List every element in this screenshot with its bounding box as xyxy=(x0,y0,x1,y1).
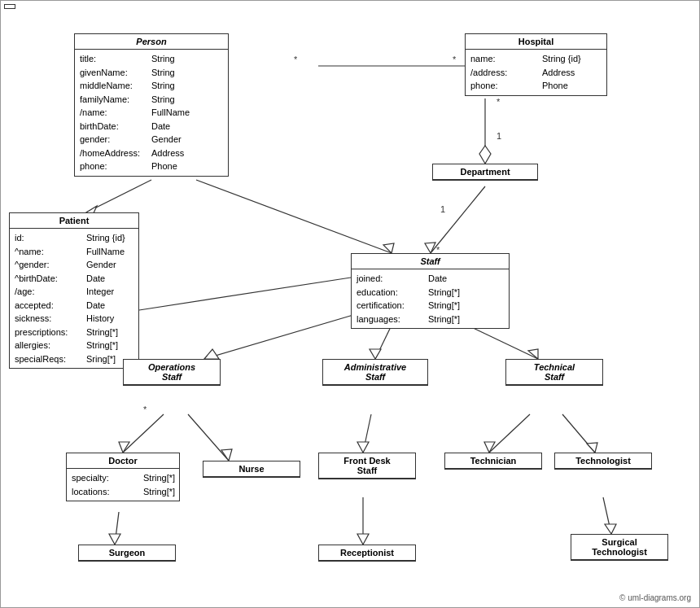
class-technician: Technician xyxy=(444,453,542,470)
attr-row: sickness:History xyxy=(15,312,133,326)
attr-row: accepted:Date xyxy=(15,299,133,313)
attr-name: /age: xyxy=(15,285,80,299)
svg-text:*: * xyxy=(143,405,147,414)
class-doctor: Doctorspecialty:String[*]locations:Strin… xyxy=(66,453,180,501)
attr-type: Address xyxy=(151,147,184,160)
attr-type: Phone xyxy=(151,160,177,173)
attr-row: id:String {id} xyxy=(15,231,133,245)
class-body-person: title:StringgivenName:StringmiddleName:S… xyxy=(75,50,228,176)
attr-row: languages:String[*] xyxy=(357,313,504,326)
attr-name: specialReqs: xyxy=(15,352,80,366)
attr-row: allergies:String[*] xyxy=(15,339,133,352)
attr-name: /address: xyxy=(470,66,536,80)
attr-type: String[*] xyxy=(143,485,175,499)
class-operations_staff: OperationsStaff xyxy=(123,359,221,386)
attr-row: title:String xyxy=(80,52,223,66)
attr-row: /homeAddress:Address xyxy=(80,147,223,160)
class-header-staff: Staff xyxy=(352,254,509,269)
attr-type: Date xyxy=(151,120,170,133)
attr-type: FullName xyxy=(86,245,125,259)
class-header-front_desk_staff: Front DeskStaff xyxy=(319,453,415,479)
svg-marker-5 xyxy=(479,146,491,164)
svg-marker-39 xyxy=(605,524,616,534)
svg-marker-31 xyxy=(484,442,495,453)
attr-row: specialReqs:Sring[*] xyxy=(15,352,133,366)
attr-row: locations:String[*] xyxy=(72,485,174,499)
attr-name: id: xyxy=(15,231,80,245)
class-header-surgeon: Surgeon xyxy=(79,545,175,561)
attr-row: ^name:FullName xyxy=(15,245,133,259)
attr-name: /name: xyxy=(80,106,145,120)
attr-name: certification: xyxy=(357,299,422,313)
attr-row: name:String {id} xyxy=(470,52,602,66)
attr-name: gender: xyxy=(80,133,145,147)
svg-line-15 xyxy=(204,308,375,359)
attr-row: middleName:String xyxy=(80,79,223,93)
attr-name: ^birthDate: xyxy=(15,272,80,286)
copyright-text: © uml-diagrams.org xyxy=(619,593,691,602)
attr-type: String[*] xyxy=(86,339,118,352)
svg-line-11 xyxy=(431,186,485,253)
attr-row: certification:String[*] xyxy=(357,299,504,313)
attr-name: education: xyxy=(357,286,422,300)
attr-type: History xyxy=(86,312,114,326)
class-department: Department xyxy=(432,164,538,181)
svg-line-26 xyxy=(188,414,229,461)
attr-row: education:String[*] xyxy=(357,286,504,300)
attr-type: String xyxy=(151,52,175,66)
attr-name: ^gender: xyxy=(15,258,80,272)
attr-type: FullName xyxy=(151,106,190,120)
attr-row: /address:Address xyxy=(470,66,602,80)
attr-type: String xyxy=(151,66,175,80)
class-body-staff: joined:Dateeducation:String[*]certificat… xyxy=(352,269,509,328)
attr-name: givenName: xyxy=(80,66,145,80)
class-technical_staff: TechnicalStaff xyxy=(505,359,603,386)
attr-name: birthDate: xyxy=(80,120,145,133)
svg-marker-18 xyxy=(370,349,381,359)
attr-row: phone:Phone xyxy=(80,160,223,173)
attr-type: String[*] xyxy=(86,326,118,339)
class-header-technologist: Technologist xyxy=(555,453,651,469)
svg-text:1: 1 xyxy=(440,204,445,214)
attr-type: Date xyxy=(428,272,447,286)
attr-type: String xyxy=(151,79,175,93)
attr-row: givenName:String xyxy=(80,66,223,80)
attr-type: String[*] xyxy=(143,471,175,485)
svg-marker-16 xyxy=(204,349,219,359)
class-body-hospital: name:String {id}/address:Addressphone:Ph… xyxy=(466,50,606,95)
svg-marker-20 xyxy=(528,349,538,359)
attr-type: Date xyxy=(86,299,105,313)
attr-row: specialty:String[*] xyxy=(72,471,174,485)
attr-name: specialty: xyxy=(72,471,137,485)
class-body-patient: id:String {id}^name:FullName^gender:Gend… xyxy=(10,229,138,368)
attr-row: ^birthDate:Date xyxy=(15,272,133,286)
svg-text:*: * xyxy=(497,97,501,107)
class-header-administrative_staff: AdministrativeStaff xyxy=(323,360,427,385)
attr-row: gender:Gender xyxy=(80,133,223,147)
attr-name: accepted: xyxy=(15,299,80,313)
attr-name: title: xyxy=(80,52,145,66)
attr-name: locations: xyxy=(72,485,137,499)
class-header-doctor: Doctor xyxy=(67,453,179,469)
attr-type: String {id} xyxy=(542,52,581,66)
attr-type: String[*] xyxy=(428,286,460,300)
svg-line-32 xyxy=(562,414,595,453)
class-header-operations_staff: OperationsStaff xyxy=(124,360,220,385)
svg-marker-25 xyxy=(119,442,129,453)
attr-type: String {id} xyxy=(86,231,125,245)
svg-marker-12 xyxy=(425,243,435,253)
attr-name: sickness: xyxy=(15,312,80,326)
attr-name: allergies: xyxy=(15,339,80,352)
attr-type: Sring[*] xyxy=(86,352,116,366)
attr-name: familyName: xyxy=(80,93,145,107)
class-header-nurse: Nurse xyxy=(203,461,300,477)
attr-name: phone: xyxy=(80,160,145,173)
attr-name: joined: xyxy=(357,272,422,286)
attr-row: /name:FullName xyxy=(80,106,223,120)
svg-line-38 xyxy=(603,497,611,534)
class-surgeon: Surgeon xyxy=(78,545,176,562)
class-person: Persontitle:StringgivenName:Stringmiddle… xyxy=(74,33,229,177)
svg-marker-35 xyxy=(109,534,120,545)
attr-name: name: xyxy=(470,52,536,66)
class-surgical_technologist: SurgicalTechnologist xyxy=(571,534,668,561)
